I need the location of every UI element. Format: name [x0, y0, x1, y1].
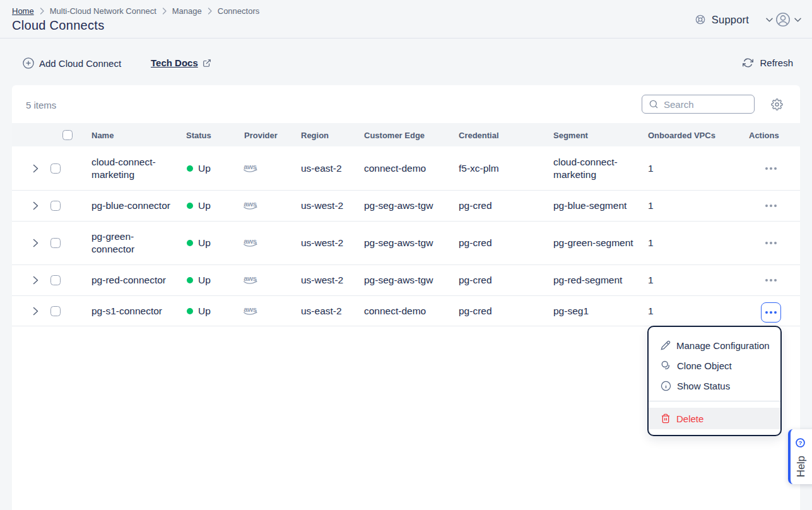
svg-text:aws: aws — [244, 200, 257, 208]
svg-text:aws: aws — [244, 237, 257, 245]
svg-text:aws: aws — [244, 275, 257, 282]
svg-text:aws: aws — [244, 305, 257, 313]
svg-text:aws: aws — [244, 163, 257, 170]
